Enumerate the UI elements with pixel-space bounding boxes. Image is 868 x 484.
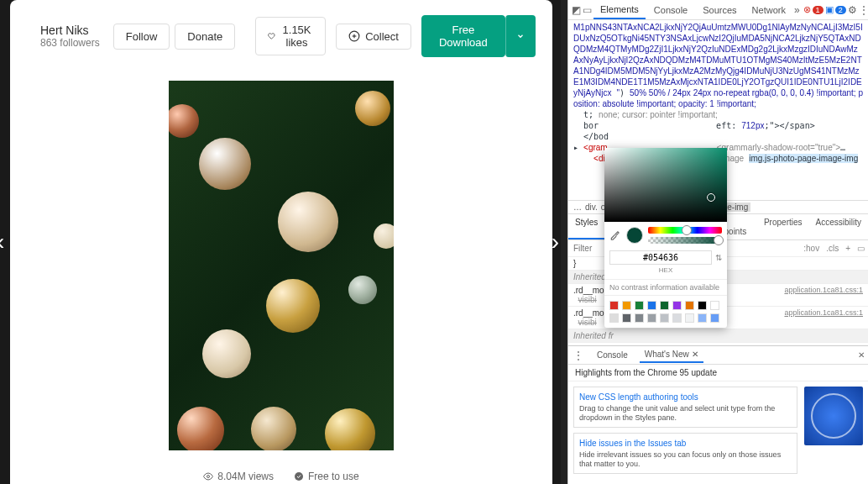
inspect-icon[interactable]: ◩ — [572, 3, 581, 17]
photo-modal: Hert Niks 863 followers Follow Donate 1.… — [10, 0, 552, 484]
views-stat: 8.04M views — [203, 471, 274, 482]
drawer: ⋮ Console What's New ✕ ✕ Highlights from… — [568, 345, 868, 484]
eye-icon — [203, 471, 213, 481]
palette-swatch[interactable] — [635, 313, 644, 323]
palette-swatch[interactable] — [609, 301, 619, 310]
format-toggle-icon[interactable]: ⇅ — [715, 253, 722, 262]
check-circle-icon — [294, 471, 304, 481]
drawer-kebab-icon[interactable]: ⋮ — [572, 349, 585, 362]
download-dropdown-button[interactable] — [505, 15, 536, 57]
more-tabs-icon[interactable]: » — [794, 3, 800, 17]
palette-swatch[interactable] — [622, 313, 631, 323]
inherited-label: Inherited fr — [568, 329, 868, 343]
likes-button[interactable]: 1.15K likes — [255, 17, 326, 55]
contrast-info: No contrast information available — [604, 279, 727, 295]
palette-swatch[interactable] — [660, 301, 669, 310]
drawer-tab-whatsnew[interactable]: What's New ✕ — [640, 347, 703, 363]
tab-sources[interactable]: Sources — [696, 2, 743, 18]
palette-swatch[interactable] — [672, 301, 682, 310]
tab-accessibility[interactable]: Accessibility — [809, 214, 868, 239]
palette-swatch[interactable] — [710, 313, 719, 323]
palette-swatch[interactable] — [685, 313, 694, 323]
rule-source-link[interactable]: application.1ca81.css:1 — [784, 345, 863, 345]
drawer-close-icon[interactable]: ✕ — [858, 350, 865, 360]
download-button[interactable]: Free Download — [421, 15, 505, 57]
palette-swatch[interactable] — [710, 301, 719, 310]
plus-circle-icon — [348, 30, 360, 42]
follow-button[interactable]: Follow — [113, 24, 170, 50]
cls-toggle[interactable]: .cls — [823, 244, 842, 253]
drawer-tab-console[interactable]: Console — [592, 348, 633, 362]
hov-toggle[interactable]: :hov — [800, 244, 823, 253]
palette-swatch[interactable] — [622, 301, 631, 310]
whatsnew-heading: Highlights from the Chrome 95 update — [568, 365, 868, 381]
palette-swatch[interactable] — [647, 301, 656, 310]
hue-slider[interactable] — [648, 227, 722, 234]
hex-input[interactable] — [609, 250, 712, 265]
alpha-slider[interactable] — [648, 237, 722, 244]
likes-count: 1.15K likes — [280, 24, 313, 49]
tab-console[interactable]: Console — [647, 2, 694, 18]
saturation-area[interactable] — [604, 148, 727, 222]
color-swatch — [626, 227, 643, 244]
palette-swatch[interactable] — [672, 313, 682, 323]
error-badge[interactable]: 1 — [813, 6, 824, 14]
tab-network[interactable]: Network — [745, 2, 792, 18]
donate-button[interactable]: Donate — [175, 24, 235, 50]
tab-elements[interactable]: Elements — [593, 1, 646, 19]
info-badge[interactable]: 2 — [835, 6, 846, 14]
license-stat: Free to use — [294, 471, 359, 482]
palette — [604, 295, 727, 328]
styles-more-icon[interactable]: ▭ — [854, 244, 868, 253]
palette-swatch[interactable] — [698, 313, 707, 323]
palette-swatch[interactable] — [660, 313, 669, 323]
next-arrow-icon[interactable]: › — [552, 229, 559, 255]
rule-source-link[interactable]: application.1ca81.css:1 — [784, 286, 863, 294]
eyedropper-icon[interactable] — [609, 229, 621, 241]
collect-button[interactable]: Collect — [336, 24, 411, 50]
device-icon[interactable]: ▭ — [583, 3, 592, 17]
rule-source-link[interactable]: application.1ca81.css:1 — [784, 308, 863, 317]
close-icon[interactable]: ✕ — [17, 17, 34, 40]
chevron-down-icon — [516, 32, 525, 40]
svg-point-3 — [207, 476, 210, 478]
whatsnew-item[interactable]: New CSS length authoring tools Drag to c… — [573, 387, 797, 428]
settings-icon[interactable]: ⚙ — [848, 3, 857, 17]
palette-swatch[interactable] — [609, 313, 619, 323]
whatsnew-thumbnail — [804, 387, 863, 445]
author-followers: 863 followers — [40, 37, 100, 49]
hex-label: HEX — [609, 266, 722, 274]
whatsnew-item[interactable]: Hide issues in the Issues tab Hide irrel… — [573, 433, 797, 474]
palette-swatch[interactable] — [647, 313, 656, 323]
palette-swatch[interactable] — [698, 301, 707, 310]
color-picker: ⇅ HEX No contrast information available — [604, 148, 727, 328]
new-rule-icon[interactable]: + — [842, 244, 854, 253]
svg-point-4 — [295, 472, 303, 481]
author-name[interactable]: Hert Niks — [40, 24, 100, 37]
photo-image[interactable] — [169, 81, 394, 450]
kebab-icon[interactable]: ⋮ — [859, 3, 868, 17]
collect-label: Collect — [365, 30, 399, 43]
tab-styles[interactable]: Styles — [568, 214, 604, 239]
palette-swatch[interactable] — [685, 301, 694, 310]
palette-swatch[interactable] — [635, 301, 644, 310]
heart-icon — [268, 30, 275, 42]
tab-properties[interactable]: Properties — [757, 214, 809, 239]
prev-arrow-icon[interactable]: ‹ — [0, 229, 4, 255]
